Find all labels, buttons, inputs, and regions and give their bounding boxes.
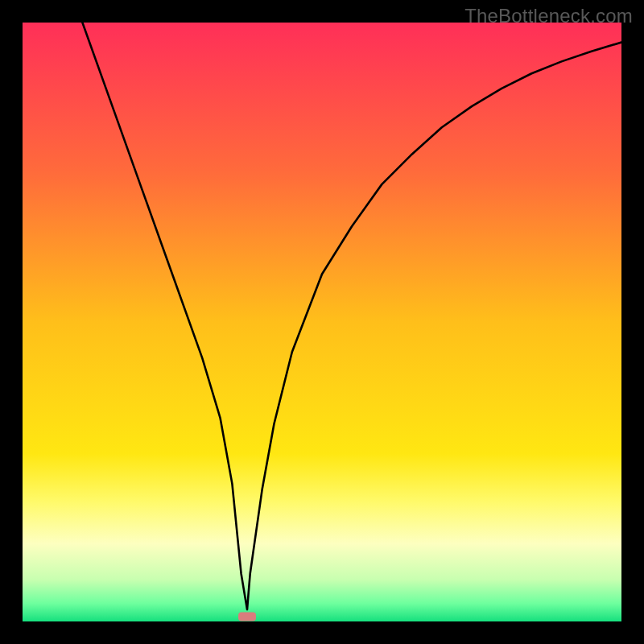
plot-area bbox=[23, 23, 621, 621]
optimal-marker bbox=[238, 613, 256, 621]
gradient-background bbox=[23, 23, 621, 621]
chart-svg bbox=[23, 23, 621, 621]
watermark-label: TheBottleneck.com bbox=[464, 5, 633, 27]
chart-frame: TheBottleneck.com bbox=[0, 0, 644, 644]
